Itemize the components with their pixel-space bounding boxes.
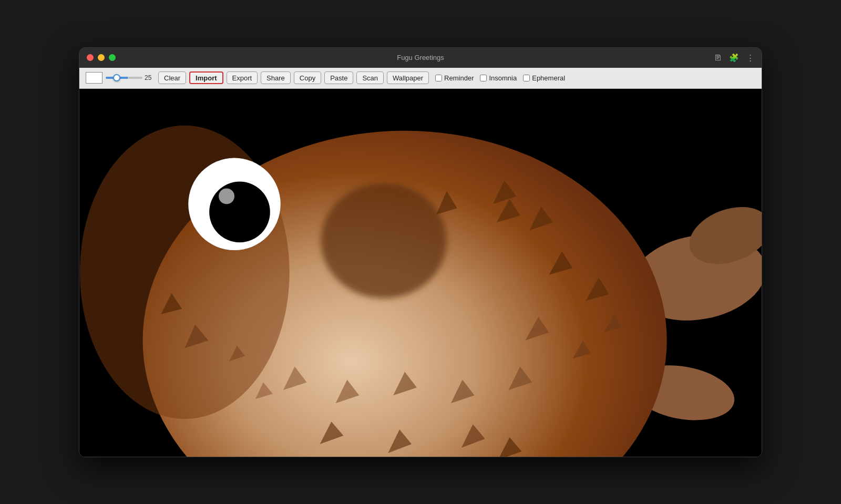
insomnia-checkbox[interactable]: [480, 75, 487, 81]
window-title: Fugu Greetings: [397, 54, 444, 61]
titlebar-actions: 🖹 🧩 ⋮: [714, 53, 754, 63]
ephemeral-checkbox[interactable]: [523, 75, 530, 81]
toolbar: 25 Clear Import Export Share Copy Paste …: [79, 68, 762, 89]
app-window: Fugu Greetings 🖹 🧩 ⋮ 25 Clear Import Exp…: [79, 47, 762, 457]
svg-point-8: [209, 181, 270, 242]
ephemeral-label[interactable]: Ephemeral: [523, 74, 565, 82]
svg-point-6: [321, 183, 447, 298]
clear-button[interactable]: Clear: [158, 71, 186, 84]
close-button[interactable]: [87, 54, 94, 61]
paste-button[interactable]: Paste: [324, 71, 353, 84]
copy-button[interactable]: Copy: [294, 71, 321, 84]
export-button[interactable]: Export: [227, 71, 258, 84]
maximize-button[interactable]: [109, 54, 116, 61]
share-button[interactable]: Share: [261, 71, 291, 84]
checkbox-group: Reminder Insomnia Ephemeral: [435, 74, 565, 82]
new-doc-icon[interactable]: 🖹: [714, 53, 722, 62]
size-slider-container: 25: [106, 74, 155, 81]
import-button[interactable]: Import: [189, 71, 223, 84]
traffic-lights: [87, 54, 116, 61]
fugu-illustration: [79, 89, 762, 457]
more-options-icon[interactable]: ⋮: [746, 53, 754, 63]
insomnia-label[interactable]: Insomnia: [480, 74, 517, 82]
reminder-label[interactable]: Reminder: [435, 74, 474, 82]
titlebar: Fugu Greetings 🖹 🧩 ⋮: [79, 48, 762, 68]
reminder-checkbox[interactable]: [435, 75, 442, 81]
pen-preview-box: [86, 72, 102, 84]
extensions-icon[interactable]: 🧩: [729, 53, 739, 63]
svg-point-9: [219, 188, 234, 204]
minimize-button[interactable]: [98, 54, 105, 61]
scan-button[interactable]: Scan: [356, 71, 384, 84]
reminder-text: Reminder: [444, 74, 474, 82]
ephemeral-text: Ephemeral: [532, 74, 565, 82]
size-slider[interactable]: [106, 77, 142, 79]
wallpaper-button[interactable]: Wallpaper: [387, 71, 429, 84]
canvas-area[interactable]: [79, 89, 762, 457]
insomnia-text: Insomnia: [489, 74, 517, 82]
slider-value-label: 25: [145, 74, 155, 81]
